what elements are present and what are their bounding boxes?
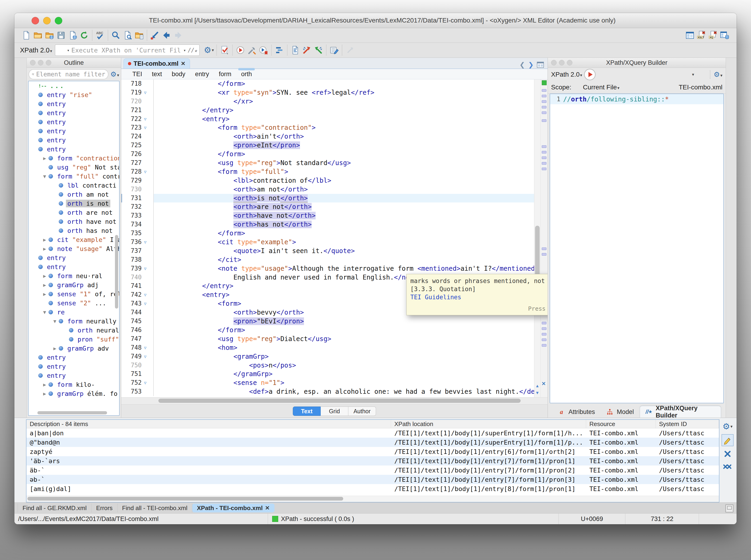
debug-run-icon[interactable] bbox=[258, 45, 269, 56]
configure-transformation-icon[interactable] bbox=[246, 45, 257, 56]
code-line-747[interactable]: 747 <usg type="reg">Dialect</usg> bbox=[121, 335, 534, 343]
code-line-748[interactable]: 748▽ <hom> bbox=[121, 343, 534, 352]
fold-toggle-icon[interactable]: ▽ bbox=[143, 167, 154, 176]
tab-list-icon[interactable] bbox=[537, 62, 544, 68]
outline-item-entry[interactable]: entry bbox=[28, 353, 119, 362]
code-line-738[interactable]: 738 </cit> bbox=[121, 255, 534, 264]
code-line-722[interactable]: 722▽ <entry> bbox=[121, 115, 534, 123]
view-button-author[interactable]: Author bbox=[348, 406, 376, 416]
fold-toggle-icon[interactable]: ▽ bbox=[143, 343, 154, 352]
outline-item-cit[interactable]: ▶cit "example" I a bbox=[28, 235, 119, 244]
element-name-filter-input[interactable]: Element name filter bbox=[28, 69, 108, 79]
outline-item-lbl[interactable]: lbl contracti bbox=[28, 181, 119, 190]
expand-icon[interactable]: ▶ bbox=[41, 282, 48, 288]
xpath-match-marker[interactable] bbox=[542, 151, 547, 154]
overview-ruler[interactable]: ✕ bbox=[540, 79, 548, 397]
last-modification-icon[interactable]: ✱ bbox=[150, 30, 160, 41]
code-line-749[interactable]: 749▽ <gramGrp> bbox=[121, 352, 534, 361]
code-line-736[interactable]: 736▽ <cit type="example"> bbox=[121, 238, 534, 246]
code-line-735[interactable]: 735 </form> bbox=[121, 229, 534, 238]
column-xpath-location[interactable]: XPath location bbox=[391, 420, 586, 428]
panel-tab-model[interactable]: Model bbox=[601, 406, 638, 418]
outline-settings-gear-icon[interactable]: ⚙▾ bbox=[110, 71, 119, 78]
clear-markers-icon[interactable]: ✕ bbox=[541, 381, 546, 387]
outline-item-entry[interactable]: entry bbox=[28, 262, 119, 272]
outline-item-sense[interactable]: ▶sense "1" of, rel bbox=[28, 289, 119, 299]
comment-bubble-icon[interactable] bbox=[724, 515, 732, 523]
bottom-tab-find-all-ge-rkmd-xml[interactable]: Find all - GE.RKMD.xml bbox=[18, 504, 92, 513]
breadcrumb-item-entry[interactable]: entry bbox=[194, 70, 210, 78]
collapse-icon[interactable]: ▼ bbox=[51, 319, 59, 324]
breadcrumb-item-body[interactable]: body bbox=[171, 70, 186, 78]
outline-item-orth[interactable]: orth am not bbox=[28, 190, 119, 199]
minimize-window-button[interactable] bbox=[43, 17, 51, 24]
code-line-719[interactable]: 719▽ <xr type="syn">SYN. see <ref>legal<… bbox=[121, 88, 534, 97]
xpath-match-marker[interactable] bbox=[542, 89, 547, 92]
xpath-match-marker[interactable] bbox=[542, 322, 547, 324]
outline-item-orth[interactable]: orth have not bbox=[28, 217, 119, 226]
code-line-732[interactable]: 732 <orth>are not</orth> bbox=[121, 202, 534, 211]
outline-item-entry[interactable]: entry bbox=[28, 145, 119, 154]
search-icon[interactable] bbox=[111, 30, 121, 41]
results-horizontal-scrollbar[interactable] bbox=[26, 496, 719, 502]
editor-vertical-scrollbar[interactable]: ▲ ▼ bbox=[534, 79, 540, 397]
code-line-721[interactable]: 721 </entry> bbox=[121, 106, 534, 115]
xpath-expression-editor[interactable]: 1 //orth/following-sibling::* bbox=[550, 94, 724, 403]
outline-item-form[interactable]: ▶form kilo- bbox=[28, 380, 119, 389]
spell-check-icon[interactable]: ABC bbox=[95, 30, 105, 41]
scroll-up-icon[interactable]: ▲ bbox=[534, 382, 540, 389]
scroll-tabs-right-icon[interactable]: ❯ bbox=[528, 61, 534, 68]
scroll-down-icon[interactable]: ▼ bbox=[534, 389, 540, 396]
edit-scenarios-icon[interactable] bbox=[329, 45, 339, 56]
outline-item-gramGrp[interactable]: ▶gramGrp élém. fo bbox=[28, 389, 119, 398]
outline-item-pron[interactable]: pron "suff" bbox=[28, 335, 119, 344]
code-line-726[interactable]: 726 </form> bbox=[121, 150, 534, 159]
outline-item-orth[interactable]: orth neural bbox=[28, 326, 119, 335]
associate-green-icon[interactable] bbox=[313, 45, 324, 56]
xpath-match-marker[interactable] bbox=[542, 168, 547, 170]
code-line-731[interactable]: 731 <orth>is not</orth> bbox=[121, 194, 534, 203]
outline-item-gramGrp[interactable]: ▶gramGrp adj bbox=[28, 280, 119, 289]
scope-selector[interactable]: Current File▾ bbox=[583, 84, 619, 91]
xpath-match-marker[interactable] bbox=[542, 112, 547, 114]
outline-item-re[interactable]: ▼re bbox=[28, 308, 119, 317]
outline-item-form[interactable]: ▶form "contraction" bbox=[28, 154, 119, 163]
outline-item-orth[interactable]: orth is not bbox=[28, 199, 119, 208]
expand-icon[interactable]: ▶ bbox=[51, 346, 59, 351]
code-line-734[interactable]: 734 <orth>has not</orth> bbox=[121, 220, 534, 229]
outline-vertical-scrollbar[interactable] bbox=[115, 81, 119, 415]
close-tab-icon[interactable]: ✕ bbox=[181, 60, 185, 67]
favorites-star-icon[interactable] bbox=[679, 69, 690, 80]
fold-toggle-icon[interactable]: ▽ bbox=[143, 115, 154, 123]
db-perspective-icon[interactable] bbox=[719, 30, 730, 41]
xpath-match-marker[interactable] bbox=[542, 157, 547, 159]
xb-settings-gear-icon[interactable]: ⚙▾ bbox=[714, 71, 723, 78]
find-in-files-icon[interactable] bbox=[122, 30, 133, 41]
column-description[interactable]: Description - 84 items bbox=[26, 420, 391, 428]
outline-item-entry[interactable]: entry bbox=[28, 362, 119, 371]
result-row[interactable]: @"band@n/TEI[1]/text[1]/body[1]/superEnt… bbox=[26, 438, 719, 447]
expand-icon[interactable]: ▶ bbox=[41, 292, 48, 297]
fold-toggle-icon[interactable]: ▽ bbox=[143, 123, 154, 132]
code-line-724[interactable]: 724 <orth>ain't</orth> bbox=[121, 132, 534, 141]
result-row[interactable]: a|ban|don/TEI[1]/text[1]/body[1]/superEn… bbox=[26, 428, 719, 438]
outline-item-orth[interactable]: orth has not bbox=[28, 226, 119, 235]
xpath-match-marker[interactable] bbox=[542, 100, 547, 103]
pencil-box-icon[interactable] bbox=[723, 436, 732, 445]
code-line-753[interactable]: 753 <def>a drink, esp. an alcoholic one:… bbox=[121, 387, 534, 396]
back-icon[interactable] bbox=[161, 30, 172, 41]
result-row[interactable]: əb-`/TEI[1]/text[1]/body[1]/entry[7]/for… bbox=[26, 475, 719, 484]
xpath-match-marker[interactable] bbox=[542, 333, 547, 336]
column-resource[interactable]: Resource bbox=[586, 420, 656, 428]
outline-item-note[interactable]: ▶note "usage" Alth bbox=[28, 244, 119, 253]
new-document-icon[interactable] bbox=[21, 30, 32, 41]
collapse-icon[interactable]: ▼ bbox=[41, 174, 48, 179]
result-row[interactable]: äb-`/TEI[1]/text[1]/body[1]/entry[7]/for… bbox=[26, 465, 719, 475]
breadcrumb-item-text[interactable]: text bbox=[151, 70, 163, 78]
outline-item-sense[interactable]: sense "2" ... bbox=[28, 299, 119, 308]
editor-tab-tei-combo[interactable]: TEI-combo.xml ✕ bbox=[123, 59, 190, 68]
view-button-grid[interactable]: Grid bbox=[321, 406, 348, 416]
xpath-match-marker[interactable] bbox=[542, 106, 547, 108]
xpath-match-marker[interactable] bbox=[542, 344, 547, 347]
outline-item-gramGrp[interactable]: ▶gramGrp adv bbox=[28, 344, 119, 353]
